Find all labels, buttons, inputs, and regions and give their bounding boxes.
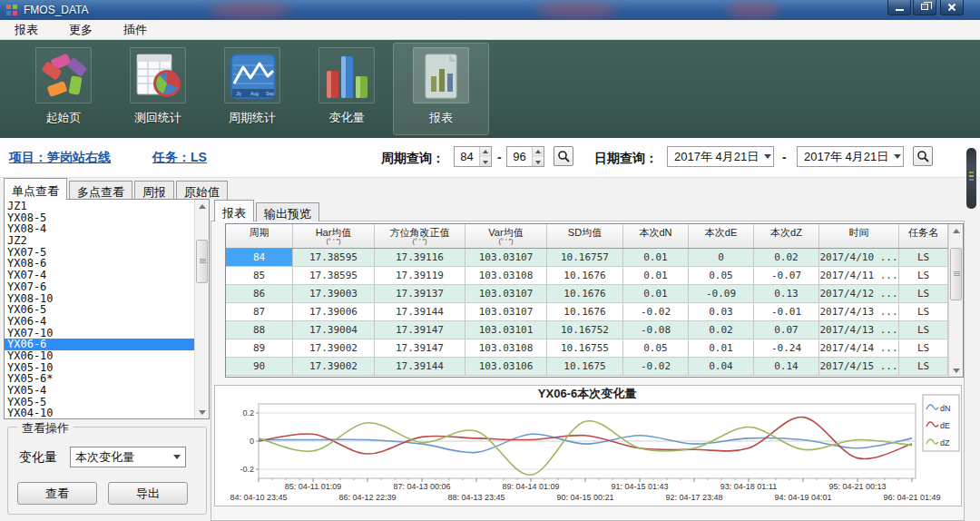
column-header[interactable]: 周期: [226, 224, 293, 248]
scroll-down-arrow-icon[interactable]: [195, 405, 209, 418]
left-tab-2[interactable]: 周报: [134, 181, 174, 200]
table-cell[interactable]: 17.39003: [293, 285, 375, 302]
table-cell[interactable]: -0.01: [754, 303, 819, 320]
point-list-item[interactable]: YX07-4: [5, 270, 194, 281]
table-cell[interactable]: 17.39144: [375, 303, 466, 320]
list-scrollbar-thumb[interactable]: [196, 240, 208, 283]
point-list-item[interactable]: JZ2: [5, 235, 194, 247]
point-list-item[interactable]: JZ1: [5, 201, 194, 212]
minimize-button[interactable]: [887, 0, 911, 15]
table-cell[interactable]: LS: [899, 339, 948, 357]
toolbar-button-3[interactable]: 变化量: [299, 44, 394, 134]
table-cell[interactable]: 86: [226, 285, 293, 302]
spin-down-arrow-icon[interactable]: [480, 157, 491, 167]
table-cell[interactable]: 17.39137: [375, 285, 466, 302]
point-list-item[interactable]: YX06-4: [5, 316, 194, 328]
column-header[interactable]: SD均值: [547, 224, 623, 248]
table-cell[interactable]: 90: [226, 358, 293, 375]
table-cell[interactable]: -0.02: [623, 358, 689, 375]
column-header[interactable]: 任务名: [899, 224, 948, 248]
table-cell[interactable]: 0.05: [689, 267, 754, 284]
table-cell[interactable]: 2017/4/10 ...: [819, 249, 899, 266]
column-header[interactable]: Var均值(° ′ ″): [466, 224, 547, 248]
table-cell[interactable]: 103.03106: [466, 358, 547, 375]
table-cell[interactable]: 0.14: [754, 358, 819, 375]
table-cell[interactable]: 103.03107: [466, 249, 547, 266]
point-list-item[interactable]: YX06-10: [5, 350, 194, 362]
spin-up-arrow-icon[interactable]: [533, 147, 544, 157]
table-cell[interactable]: 17.38595: [293, 267, 375, 284]
table-cell[interactable]: 0.07: [754, 321, 819, 339]
table-cell[interactable]: LS: [899, 321, 948, 339]
left-tab-1[interactable]: 多点查看: [69, 181, 132, 200]
table-cell[interactable]: 84: [226, 249, 293, 266]
table-row[interactable]: 8517.3859517.39119103.0310810.16760.010.…: [226, 267, 948, 285]
point-list-item[interactable]: YX06-5: [5, 304, 194, 316]
table-cell[interactable]: 10.1676: [547, 285, 623, 302]
table-cell[interactable]: 0.04: [689, 358, 754, 375]
period-to-value[interactable]: 96: [507, 147, 532, 166]
table-row[interactable]: 8917.3900217.39147103.0310810.167550.050…: [226, 339, 948, 358]
table-cell[interactable]: 17.38595: [293, 249, 375, 266]
table-cell[interactable]: -0.24: [754, 339, 819, 357]
table-cell[interactable]: 0.01: [623, 285, 689, 302]
table-cell[interactable]: -0.08: [623, 321, 689, 339]
table-cell[interactable]: 2017/4/14 ...: [819, 339, 899, 357]
table-scrollbar[interactable]: [948, 224, 963, 377]
point-list-item[interactable]: YX05-4: [5, 385, 194, 397]
report-tab-1[interactable]: 输出预览: [256, 202, 319, 221]
table-cell[interactable]: 87: [226, 303, 293, 320]
period-from-spinner[interactable]: 84: [454, 146, 492, 167]
date-to-dropdown[interactable]: 2017年 4月21日: [797, 146, 904, 167]
column-header[interactable]: 本次dE: [689, 224, 754, 248]
table-cell[interactable]: 2017/4/13 ...: [819, 303, 899, 320]
table-cell[interactable]: -0.02: [623, 303, 689, 320]
table-cell[interactable]: 17.39002: [293, 358, 375, 375]
table-cell[interactable]: 2017/4/15 ...: [819, 358, 899, 375]
table-cell[interactable]: 10.1675: [547, 358, 623, 375]
table-cell[interactable]: 2017/4/13 ...: [819, 321, 899, 339]
table-cell[interactable]: 17.39147: [375, 339, 466, 357]
menu-item-2[interactable]: 插件: [120, 20, 151, 40]
spin-up-arrow-icon[interactable]: [480, 147, 491, 157]
table-cell[interactable]: 17.39006: [293, 303, 375, 320]
toolbar-button-0[interactable]: 起始页: [16, 44, 111, 134]
table-cell[interactable]: 0.05: [623, 339, 689, 357]
scroll-down-arrow-icon[interactable]: [949, 363, 963, 377]
table-cell[interactable]: 10.16757: [547, 249, 623, 266]
period-to-spinner[interactable]: 96: [506, 146, 544, 167]
report-tab-0[interactable]: 报表: [214, 200, 254, 221]
left-tab-0[interactable]: 单点查看: [4, 178, 67, 200]
scroll-up-arrow-icon[interactable]: [949, 224, 963, 238]
table-cell[interactable]: 88: [226, 321, 293, 339]
point-list-item[interactable]: YX08-4: [5, 223, 194, 235]
table-cell[interactable]: 0.02: [754, 249, 819, 266]
table-cell[interactable]: LS: [899, 249, 948, 266]
toolbar-button-4[interactable]: 报表: [394, 44, 488, 134]
date-search-button[interactable]: [913, 146, 933, 166]
task-link[interactable]: 任务：LS: [152, 150, 207, 166]
table-cell[interactable]: 103.03107: [466, 285, 547, 302]
table-scrollbar-thumb[interactable]: [950, 248, 962, 300]
table-cell[interactable]: 0.01: [623, 249, 689, 266]
scroll-up-arrow-icon[interactable]: [195, 200, 209, 213]
column-header[interactable]: Har均值(° ′ ″): [293, 224, 375, 248]
toolbar-button-2[interactable]: JlyAugSep周期统计: [205, 44, 299, 134]
table-cell[interactable]: 103.03108: [466, 267, 547, 284]
table-cell[interactable]: 10.1676: [547, 303, 623, 320]
column-header[interactable]: 方位角改正值(° ′ ″): [375, 224, 466, 248]
table-cell[interactable]: LS: [899, 358, 948, 375]
table-cell[interactable]: 103.03101: [466, 321, 547, 339]
project-link[interactable]: 项目：笋岗站右线: [9, 150, 111, 166]
table-row[interactable]: 8417.3859517.39116103.0310710.167570.010…: [226, 249, 948, 267]
table-cell[interactable]: LS: [899, 285, 948, 302]
table-row[interactable]: 8717.3900617.39144103.0310710.1676-0.020…: [226, 303, 948, 321]
table-cell[interactable]: 17.39004: [293, 321, 375, 339]
table-cell[interactable]: 17.39119: [375, 267, 466, 284]
table-cell[interactable]: 10.16752: [547, 321, 623, 339]
menu-item-0[interactable]: 报表: [11, 20, 42, 40]
date-from-dropdown[interactable]: 2017年 4月21日: [667, 146, 774, 167]
table-cell[interactable]: 103.03107: [466, 303, 547, 320]
export-button[interactable]: 导出: [108, 482, 188, 505]
close-button[interactable]: [940, 0, 964, 15]
